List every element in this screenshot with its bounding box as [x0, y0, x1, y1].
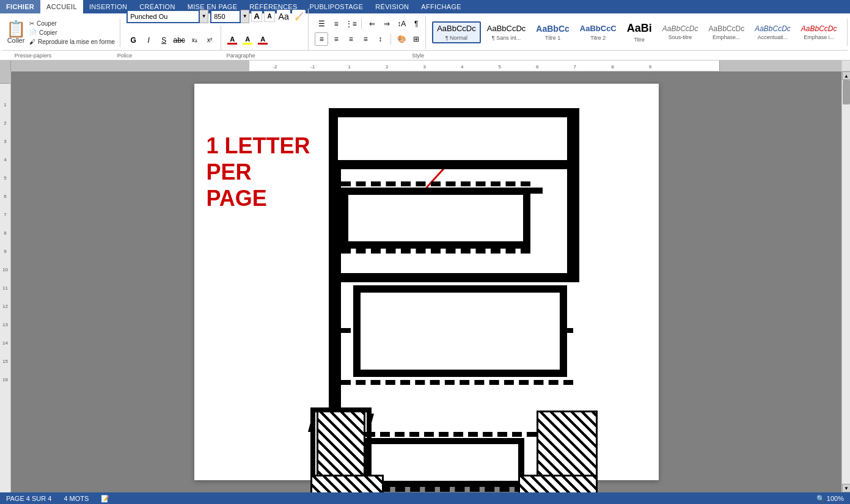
- show-marks-button[interactable]: ¶: [409, 17, 423, 31]
- tab-affichage[interactable]: AFFICHAGE: [415, 0, 467, 13]
- horizontal-ruler: -2 -1 1 2 3 4 5 6 7 8 9: [0, 60, 850, 71]
- bold-button[interactable]: G: [126, 34, 140, 47]
- style-titre-label: Titre: [634, 37, 645, 43]
- decrease-indent-button[interactable]: ⇐: [365, 17, 379, 31]
- style-accentuation[interactable]: AaBbCcDc Accentuati...: [750, 23, 795, 42]
- paste-label: Coller: [7, 37, 25, 44]
- font-size-dropdown-arrow[interactable]: ▼: [241, 10, 249, 23]
- style-titre1-label: Titre 1: [545, 35, 560, 41]
- numbered-list-button[interactable]: ≡: [329, 17, 343, 31]
- clipboard-sub-buttons: ✂ Couper 📄 Copier 🖌 Reproduire la mise e…: [28, 20, 116, 46]
- vertical-scrollbar[interactable]: ▲ ▼: [841, 71, 850, 492]
- paragraph-group: ☰ ≡ ⋮≡ ⇐ ⇒ ↕A ¶ ≡ ≡ ≡ ≡ ↕ 🎨 ⊞: [312, 16, 426, 49]
- font-name-combo[interactable]: Punched Ou ▼: [126, 10, 208, 23]
- ruler-scrollbar-space: [841, 60, 850, 71]
- paste-icon: 📋: [6, 21, 26, 37]
- increase-indent-button[interactable]: ⇒: [380, 17, 394, 31]
- style-titre1[interactable]: AaBbCc Titre 1: [532, 22, 573, 43]
- ruler-corner: [0, 60, 11, 71]
- style-titre[interactable]: AaBi Titre: [623, 20, 656, 45]
- font-name-dropdown-arrow[interactable]: ▼: [200, 10, 208, 23]
- tab-revision[interactable]: RÉVISION: [369, 0, 415, 13]
- zoom-controls[interactable]: 🔍 100%: [816, 495, 844, 503]
- style-titre2-label: Titre 2: [590, 35, 606, 41]
- letter-f-drawing: [329, 108, 579, 492]
- font-name-input[interactable]: Punched Ou: [126, 10, 200, 23]
- shading-button[interactable]: 🎨: [395, 32, 408, 46]
- ruler-content: -2 -1 1 2 3 4 5 6 7 8 9: [249, 60, 719, 71]
- font-size-combo[interactable]: 850 ▼: [210, 10, 249, 23]
- scrollbar-track[interactable]: [842, 80, 850, 484]
- align-center-button[interactable]: ≡: [329, 32, 343, 46]
- font-size-input[interactable]: 850: [210, 10, 241, 23]
- style-accentuation-label: Accentuati...: [758, 34, 788, 40]
- text-color-button[interactable]: A: [225, 34, 239, 47]
- style-emphase-discrete-label: Emphase...: [713, 34, 741, 40]
- char-shading-button[interactable]: A: [256, 34, 269, 47]
- style-emphase-intense-label: Emphase i...: [804, 34, 834, 40]
- page-info: PAGE 4 SUR 4: [6, 495, 51, 502]
- multilevel-list-button[interactable]: ⋮≡: [344, 17, 357, 31]
- main-area: 1 2 3 4 5 6 7 8 9 10 11 12 13 14 15 16 1…: [0, 71, 850, 492]
- ribbon-body: 📋 Coller ✂ Couper 📄 Copier 🖌 Reproduire …: [0, 13, 850, 60]
- sort-button[interactable]: ↕A: [395, 17, 408, 31]
- clipboard-group: 📋 Coller ✂ Couper 📄 Copier 🖌 Reproduire …: [2, 18, 120, 47]
- style-sans-int-label: ¶ Sans int...: [492, 35, 521, 41]
- paragraph-group-label[interactable]: Paragraphe: [186, 51, 296, 60]
- justify-button[interactable]: ≡: [359, 32, 372, 46]
- style-sous-titre[interactable]: AaBbCcDc Sous-titre: [658, 23, 703, 42]
- underline-button[interactable]: S: [157, 34, 170, 47]
- document-page: 1 LETTER PER PAGE: [194, 84, 659, 480]
- style-titre1-preview: AaBbCc: [536, 24, 569, 34]
- style-emphase-discrete[interactable]: AaBbCcDc Emphase...: [704, 23, 749, 42]
- italic-button[interactable]: I: [142, 34, 155, 47]
- style-sans-int[interactable]: AaBbCcDc ¶ Sans int...: [483, 22, 530, 43]
- styles-group: AaBbCcDc ¶ Normal AaBbCcDc ¶ Sans int...…: [430, 19, 848, 46]
- border-button[interactable]: ⊞: [409, 32, 423, 46]
- style-titre2-preview: AaBbCcC: [580, 24, 617, 34]
- style-titre2[interactable]: AaBbCcC Titre 2: [576, 22, 621, 43]
- style-accentuation-preview: AaBbCcDc: [755, 24, 791, 33]
- font-group-label[interactable]: Police: [64, 51, 186, 60]
- tab-fichier[interactable]: FICHIER: [0, 0, 40, 13]
- style-group-label[interactable]: Style: [296, 51, 540, 60]
- scroll-up-button[interactable]: ▲: [842, 71, 850, 80]
- font-case-button[interactable]: Aa: [277, 10, 290, 23]
- bullet-list-button[interactable]: ☰: [315, 17, 328, 31]
- line-spacing-button[interactable]: ↕: [373, 32, 387, 46]
- strikethrough-button[interactable]: abc: [172, 34, 186, 47]
- superscript-button[interactable]: x²: [203, 34, 216, 47]
- scroll-down-button[interactable]: ▼: [842, 484, 850, 492]
- style-normal-label: ¶ Normal: [445, 35, 467, 41]
- style-sous-titre-preview: AaBbCcDc: [662, 24, 698, 33]
- couper-button[interactable]: ✂ Couper: [28, 20, 116, 27]
- style-titre-preview: AaBi: [627, 22, 652, 35]
- highlight-color-button[interactable]: A: [241, 34, 254, 47]
- clear-format-button[interactable]: 🧹: [292, 10, 306, 23]
- font-shrink-button[interactable]: A: [264, 11, 275, 22]
- document-area[interactable]: 1 LETTER PER PAGE: [11, 71, 841, 492]
- font-grow-button[interactable]: A: [251, 11, 262, 22]
- letter-annotation: 1 LETTER PER PAGE: [207, 133, 310, 212]
- clipboard-group-label[interactable]: Presse-papiers: [2, 51, 64, 60]
- word-count: 4 MOTS: [64, 495, 89, 502]
- paste-button[interactable]: 📋 Coller: [6, 21, 26, 44]
- subscript-button[interactable]: x₂: [188, 34, 201, 47]
- style-normal[interactable]: AaBbCcDc ¶ Normal: [432, 21, 481, 43]
- scrollbar-thumb[interactable]: [843, 80, 850, 104]
- tab-accueil[interactable]: ACCUEIL: [40, 0, 83, 13]
- track-changes-icon[interactable]: 📝: [101, 495, 109, 503]
- reproduire-button[interactable]: 🖌 Reproduire la mise en forme: [28, 38, 116, 46]
- font-group: Punched Ou ▼ 850 ▼ A A Aa 🧹 G I S abc x₂…: [124, 9, 309, 57]
- style-emphase-intense[interactable]: AaBbCcDc Emphase i...: [797, 23, 841, 42]
- style-sous-titre-label: Sous-titre: [669, 34, 692, 40]
- align-left-button[interactable]: ≡: [315, 32, 328, 46]
- copier-button[interactable]: 📄 Copier: [28, 29, 116, 37]
- tab-publipostage[interactable]: PUBLIPOSTAGE: [304, 0, 370, 13]
- ruler-right-margin: [719, 60, 841, 71]
- ruler-left-margin: [11, 60, 249, 71]
- vertical-ruler: 1 2 3 4 5 6 7 8 9 10 11 12 13 14 15 16: [0, 71, 11, 492]
- align-right-button[interactable]: ≡: [344, 32, 357, 46]
- style-emphase-discrete-preview: AaBbCcDc: [708, 24, 744, 33]
- style-normal-preview: AaBbCcDc: [437, 24, 476, 34]
